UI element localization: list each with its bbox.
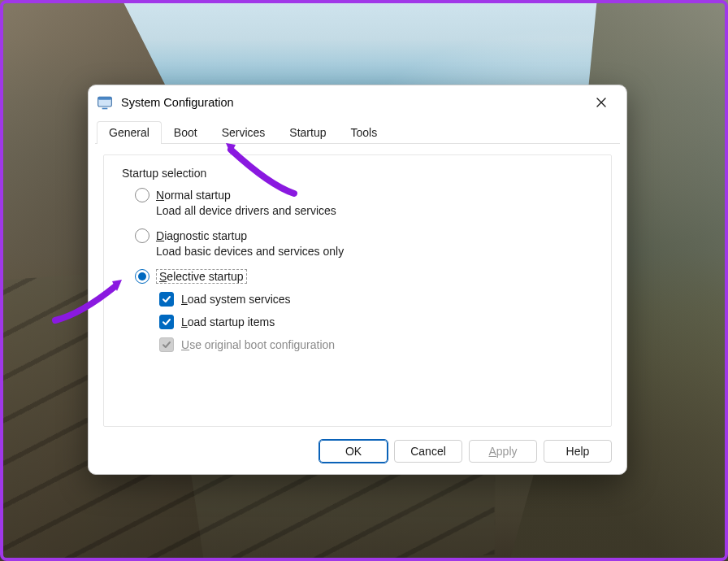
dialog-button-row: OK Cancel Apply Help xyxy=(319,440,612,463)
normal-startup-desc: Load all device drivers and services xyxy=(156,204,596,217)
startup-selection-label: Startup selection xyxy=(122,167,596,180)
radio-normal-startup[interactable] xyxy=(135,188,150,202)
tab-startup[interactable]: Startup xyxy=(277,121,338,144)
ok-button[interactable]: OK xyxy=(319,440,388,463)
tab-boot[interactable]: Boot xyxy=(162,121,210,144)
tab-general[interactable]: General xyxy=(97,121,162,144)
radio-diagnostic-startup-label[interactable]: Diagnostic startup xyxy=(156,229,247,242)
radio-selective-startup[interactable] xyxy=(135,269,150,284)
selective-sub-options: Load system services Load startup items … xyxy=(159,292,596,352)
apply-button: Apply xyxy=(469,440,537,463)
tabstrip: General Boot Services Startup Tools xyxy=(89,120,626,144)
titlebar: System Configuration xyxy=(89,85,626,120)
check-icon xyxy=(162,294,171,304)
close-button[interactable] xyxy=(583,89,620,115)
cancel-button[interactable]: Cancel xyxy=(394,440,462,463)
radio-diagnostic-startup[interactable] xyxy=(135,228,150,243)
radio-selective-startup-label[interactable]: Selective startup xyxy=(156,269,247,284)
diagnostic-startup-desc: Load basic devices and services only xyxy=(156,245,596,258)
svg-rect-1 xyxy=(98,97,112,99)
checkbox-use-original-boot xyxy=(159,337,174,352)
help-button[interactable]: Help xyxy=(544,440,612,463)
system-configuration-dialog: System Configuration General Boot Servic… xyxy=(88,85,627,475)
checkbox-load-system-services-label[interactable]: Load system services xyxy=(181,293,291,306)
tab-tools[interactable]: Tools xyxy=(338,121,389,144)
checkbox-load-startup-items-label[interactable]: Load startup items xyxy=(181,315,275,328)
radio-normal-startup-label[interactable]: Normal startup xyxy=(156,189,231,202)
close-icon xyxy=(596,98,606,107)
svg-rect-2 xyxy=(102,108,108,110)
tab-services[interactable]: Services xyxy=(210,121,278,144)
window-title: System Configuration xyxy=(121,96,234,109)
general-panel: Startup selection Normal startup Load al… xyxy=(103,154,612,427)
checkbox-use-original-boot-label: Use original boot configuration xyxy=(181,338,335,351)
msconfig-icon xyxy=(97,94,113,111)
check-icon xyxy=(162,317,171,327)
checkbox-load-startup-items[interactable] xyxy=(159,315,174,329)
check-icon xyxy=(162,340,171,350)
checkbox-load-system-services[interactable] xyxy=(159,292,174,307)
